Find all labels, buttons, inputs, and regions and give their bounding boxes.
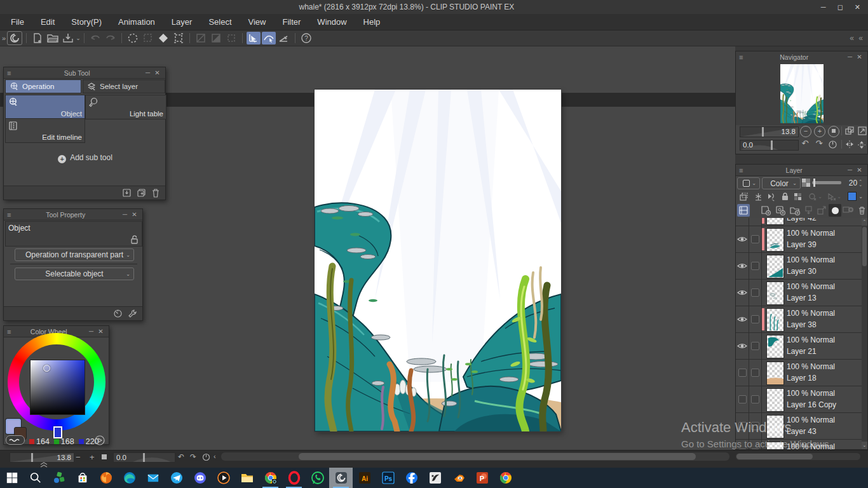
transparent-part-dropdown[interactable]: Operation of transparent part⌄ — [15, 248, 134, 261]
frame-border-icon[interactable] — [172, 32, 186, 44]
taskbar-chrome-icon[interactable] — [259, 468, 282, 488]
selection-launcher-icon[interactable] — [224, 32, 238, 44]
minimize-button[interactable]: ─ — [821, 3, 826, 11]
layer-visibility-toggle[interactable] — [736, 386, 749, 412]
unlock-icon[interactable] — [130, 235, 139, 244]
wrench-settings-icon[interactable] — [128, 309, 137, 318]
taskbar-firefox-icon[interactable] — [94, 468, 118, 488]
menu-layer[interactable]: Layer — [163, 17, 201, 27]
zoom-out-button[interactable]: − — [800, 126, 811, 137]
layer-name-label[interactable]: Layer 39 — [787, 240, 817, 249]
layer-visibility-toggle[interactable] — [736, 413, 749, 439]
taskbar-whatsapp-icon[interactable] — [306, 468, 329, 488]
layer-visibility-toggle[interactable] — [736, 440, 749, 449]
layer-row[interactable]: 100 % Normal Layer 42 — [736, 218, 862, 226]
open-file-icon[interactable] — [46, 32, 60, 44]
layer-opacity-value[interactable]: 20 — [843, 179, 857, 187]
minimize-panel-icon[interactable]: ─ — [845, 53, 855, 60]
new-raster-layer-icon[interactable] — [760, 205, 771, 216]
rotate-right-button[interactable]: ↷ — [814, 139, 824, 149]
taskbar-microsoft-store-icon[interactable] — [71, 468, 94, 488]
draft-layer-icon[interactable]: ⌄ — [807, 191, 824, 202]
statusbar-zoom-in-button[interactable]: + — [90, 453, 95, 461]
line-correct-tool-icon[interactable] — [262, 32, 276, 44]
taskbar-chrome-2-icon[interactable] — [494, 468, 517, 488]
layer-checkbox[interactable] — [749, 253, 761, 279]
taskbar-zbrush-icon[interactable] — [423, 468, 447, 488]
taskbar-powerpoint-icon[interactable]: P — [470, 468, 494, 488]
clip-to-layer-below-icon[interactable] — [738, 191, 749, 202]
layer-row[interactable]: 100 % Normal Layer 16 Copy — [736, 386, 862, 413]
apply-mask-icon[interactable] — [843, 204, 854, 215]
menu-file[interactable]: File — [3, 17, 32, 27]
zoom-in-button[interactable]: + — [814, 126, 825, 137]
reference-layer-icon[interactable] — [765, 191, 776, 202]
saturation-value-square[interactable] — [30, 360, 85, 415]
close-button[interactable]: ✕ — [855, 3, 860, 11]
layer-checkbox[interactable] — [749, 440, 761, 449]
taskbar-opera-icon[interactable] — [282, 468, 306, 488]
close-panel-icon[interactable]: ✕ — [153, 69, 162, 76]
menu-story[interactable]: Story(P) — [63, 17, 110, 27]
taskbar-blender-icon[interactable] — [447, 468, 470, 488]
invert-selection-icon[interactable] — [209, 32, 223, 44]
subtool-item-object[interactable]: Object — [5, 95, 85, 119]
zoom-100-button[interactable] — [828, 126, 839, 137]
import-subtool-icon[interactable] — [122, 188, 132, 198]
layer-checkbox[interactable] — [749, 280, 761, 306]
new-vector-layer-icon[interactable] — [775, 205, 786, 216]
layer-palette-view-icon[interactable] — [737, 204, 750, 217]
taskbar-photoshop-icon[interactable]: Ps — [376, 468, 400, 488]
canvas-hscrollbar[interactable] — [221, 452, 729, 461]
menu-window[interactable]: Window — [309, 17, 355, 27]
layer-thumbnail[interactable] — [766, 218, 784, 225]
layer-thumbnail[interactable] — [766, 308, 784, 332]
overflow-left-icon[interactable]: » — [0, 35, 6, 42]
layer-thumbnail[interactable] — [766, 362, 784, 385]
minimize-panel-icon[interactable]: ─ — [86, 328, 96, 335]
close-panel-icon[interactable]: ✕ — [855, 53, 864, 60]
layer-name-label[interactable]: Layer 43 — [787, 427, 817, 436]
layer-visibility-toggle[interactable] — [736, 306, 749, 332]
statusbar-reset-rotation-icon[interactable] — [202, 453, 210, 461]
layer-thumbnail[interactable] — [766, 281, 784, 305]
taskbar-paint-app-icon[interactable] — [47, 468, 71, 488]
redo-icon[interactable] — [104, 32, 118, 44]
menu-edit[interactable]: Edit — [32, 17, 63, 27]
layer-name-label[interactable]: Layer 21 — [787, 347, 817, 356]
timeline-edit-tool-icon[interactable] — [277, 32, 291, 44]
new-folder-icon[interactable] — [789, 205, 801, 216]
opacity-spinner[interactable]: ⌃⌄ — [858, 180, 862, 186]
taskbar-media-player-icon[interactable] — [212, 468, 235, 488]
layer-row[interactable]: 100 % Normal Layer 13 — [736, 280, 862, 306]
navigator-zoom-slider[interactable]: 13.8 — [740, 126, 799, 137]
selectable-object-dropdown[interactable]: Selectable object⌄ — [15, 268, 134, 280]
deselect-icon[interactable] — [194, 32, 208, 44]
minimize-panel-icon[interactable]: ─ — [845, 166, 855, 173]
layer-row[interactable]: 100 % Normal Layer 30 — [736, 253, 862, 280]
layer-opacity-slider[interactable] — [812, 181, 841, 184]
close-panel-icon[interactable]: ✕ — [130, 211, 139, 218]
menu-filter[interactable]: Filter — [274, 17, 309, 27]
selection-add-icon[interactable] — [141, 32, 155, 44]
navigator-rotation-slider[interactable]: 0.0 — [740, 140, 799, 151]
taskbar-illustrator-icon[interactable]: Ai — [353, 468, 376, 488]
close-panel-icon[interactable]: ✕ — [855, 166, 864, 173]
taskbar-mail-icon[interactable] — [141, 468, 165, 488]
layer-color-icon[interactable]: ⌄ — [846, 191, 865, 202]
taskbar-discord-icon[interactable] — [188, 468, 212, 488]
subtool-tab-select-layer[interactable]: Select layer — [83, 79, 165, 93]
statusbar-rotation-slider[interactable]: 0.0 — [113, 452, 175, 463]
duplicate-subtool-icon[interactable] — [137, 188, 146, 198]
save-file-icon[interactable] — [61, 32, 75, 44]
start-button[interactable] — [0, 468, 24, 488]
layer-name-label[interactable]: Layer 18 — [787, 374, 817, 383]
statusbar-zoom-100-button[interactable] — [102, 454, 107, 459]
mask-tool-icon[interactable]: ⌄ — [826, 191, 843, 202]
layer-row[interactable]: 100 % Normal Layer 18 — [736, 360, 862, 386]
taskbar-clip-studio-paint-icon[interactable] — [329, 468, 353, 488]
layer-checkbox[interactable] — [749, 218, 761, 226]
clip-studio-logo-icon[interactable] — [7, 31, 22, 45]
layer-thumbnail[interactable] — [766, 255, 784, 278]
layer-name-label[interactable]: Layer 42 — [787, 218, 817, 222]
